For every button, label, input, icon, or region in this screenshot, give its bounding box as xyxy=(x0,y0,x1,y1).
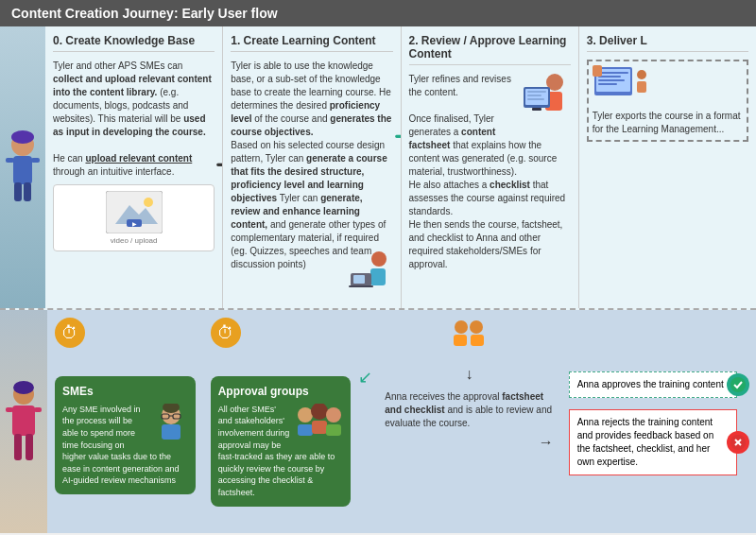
decision-section: Anna approves the training content Anna … xyxy=(561,310,756,533)
svg-rect-32 xyxy=(593,65,602,77)
upload-illustration: ▶ video / upload xyxy=(53,184,215,251)
col0-header: 0. Create Knowledge Base xyxy=(53,34,215,52)
bottom-section: ⏱ SMEs Any SME involved in the proces xyxy=(0,310,756,533)
sme-person-svg xyxy=(154,404,188,441)
column-0: 0. Create Knowledge Base Tyler and other… xyxy=(45,26,223,308)
laptop-person-svg xyxy=(346,250,393,297)
approval-card: Approval groups All other SMEs' and stak… xyxy=(211,376,352,507)
reject-text: Anna rejects the training content and pr… xyxy=(577,416,729,469)
arrow-1-to-2: ➜ xyxy=(394,125,402,147)
svg-rect-13 xyxy=(370,268,386,285)
upload-box-svg: ▶ xyxy=(106,191,163,233)
svg-point-53 xyxy=(455,320,468,334)
anna-section: ↓ Anna receives the approval factsheet a… xyxy=(377,310,560,533)
svg-rect-29 xyxy=(598,79,625,81)
approval-card-title: Approval groups xyxy=(218,384,344,400)
approval-to-anna-arrow: ↙ xyxy=(358,310,377,533)
sme-card: SMEs Any SME involved in the process wil… xyxy=(55,376,196,494)
column-2: 2. Review / Approve Learning Content xyxy=(402,26,579,308)
svg-rect-28 xyxy=(598,76,621,78)
arrow-0-to-1: ➜ xyxy=(215,153,223,176)
bottom-left-person xyxy=(0,310,47,533)
svg-text:▶: ▶ xyxy=(131,221,136,227)
svg-rect-39 xyxy=(14,434,22,460)
col2-illustration xyxy=(519,73,571,127)
anna-icon-svg xyxy=(450,318,488,352)
svg-rect-23 xyxy=(527,95,541,96)
svg-rect-52 xyxy=(326,424,341,436)
svg-point-1 xyxy=(11,130,34,144)
col3-dashed-box: Tyler exports the course in a format for… xyxy=(587,60,748,142)
approval-people-illustration xyxy=(296,404,343,446)
approve-text: Anna approves the training content xyxy=(577,378,729,391)
anna-people-icon xyxy=(385,318,553,358)
cross-svg xyxy=(730,435,746,450)
svg-rect-37 xyxy=(6,407,13,412)
svg-rect-30 xyxy=(598,83,617,85)
columns-wrapper: 0. Create Knowledge Base Tyler and other… xyxy=(45,26,756,308)
svg-rect-24 xyxy=(527,98,544,100)
svg-point-57 xyxy=(730,377,746,392)
col1-header: 1. Create Learning Content xyxy=(231,34,392,52)
anna-receives-text: Anna receives the approval factsheet and… xyxy=(385,390,553,430)
svg-rect-5 xyxy=(14,182,22,201)
approval-people-svg xyxy=(296,404,343,446)
page-title: Content Creation Journey: Early User flo… xyxy=(11,6,278,21)
approve-icon xyxy=(727,373,749,396)
bottom-person-svg xyxy=(5,381,43,466)
down-arrow-to-anna: ↓ xyxy=(385,366,553,383)
svg-rect-50 xyxy=(298,424,313,436)
svg-rect-3 xyxy=(6,158,14,163)
review-person-svg xyxy=(519,73,571,125)
checkmark-svg xyxy=(730,377,746,392)
col3-header: 3. Deliver L xyxy=(587,34,748,52)
page-header: Content Creation Journey: Early User flo… xyxy=(0,0,756,26)
svg-point-9 xyxy=(144,198,153,207)
svg-point-35 xyxy=(13,381,34,394)
col1-illustration xyxy=(346,250,393,299)
svg-rect-38 xyxy=(34,407,42,412)
person-illustration xyxy=(4,129,42,205)
svg-rect-15 xyxy=(349,285,373,287)
svg-rect-40 xyxy=(26,434,33,460)
svg-point-12 xyxy=(371,251,387,267)
svg-rect-33 xyxy=(637,81,646,93)
sme-timer-icon: ⏱ xyxy=(55,318,85,348)
svg-point-47 xyxy=(298,407,313,423)
svg-point-31 xyxy=(637,70,646,79)
svg-rect-6 xyxy=(24,182,31,201)
svg-rect-21 xyxy=(532,108,541,111)
approval-section: ⏱ Approval groups All other SMEs' and xyxy=(203,310,359,533)
top-left-figure xyxy=(0,26,45,308)
svg-rect-16 xyxy=(353,275,365,284)
main-content: 0. Create Knowledge Base Tyler and other… xyxy=(0,26,756,533)
sme-section: ⏱ SMEs Any SME involved in the proces xyxy=(47,310,203,533)
deliver-illustration xyxy=(593,65,654,108)
svg-rect-46 xyxy=(162,424,180,440)
svg-point-54 xyxy=(470,320,483,334)
svg-point-49 xyxy=(326,407,341,423)
top-section: 0. Create Knowledge Base Tyler and other… xyxy=(0,26,756,310)
column-1: 1. Create Learning Content Tyler is able… xyxy=(223,26,401,308)
svg-rect-56 xyxy=(471,335,484,346)
column-3: 3. Deliver L Tyl xyxy=(579,26,756,308)
col1-text: Tyler is able to use the knowledge base,… xyxy=(231,60,392,271)
svg-rect-22 xyxy=(527,91,546,93)
col2-header: 2. Review / Approve Learning Content xyxy=(409,34,571,65)
svg-rect-4 xyxy=(31,158,40,163)
approval-timer-icon: ⏱ xyxy=(211,318,241,348)
sme-person-illustration xyxy=(154,404,188,445)
svg-rect-55 xyxy=(454,335,467,346)
sme-card-title: SMEs xyxy=(62,384,188,400)
reject-box: Anna rejects the training content and pr… xyxy=(569,409,737,475)
reject-icon xyxy=(727,431,749,454)
svg-point-48 xyxy=(311,404,328,420)
svg-rect-27 xyxy=(598,72,628,74)
col0-text: Tyler and other APS SMEs can collect and… xyxy=(53,60,215,179)
svg-rect-51 xyxy=(312,421,327,434)
col3-export-text: Tyler exports the course in a format for… xyxy=(593,110,743,136)
svg-rect-36 xyxy=(12,406,35,436)
approve-box: Anna approves the training content xyxy=(569,371,737,398)
svg-rect-2 xyxy=(13,156,32,184)
anna-to-decision-arrow: → xyxy=(385,434,553,451)
